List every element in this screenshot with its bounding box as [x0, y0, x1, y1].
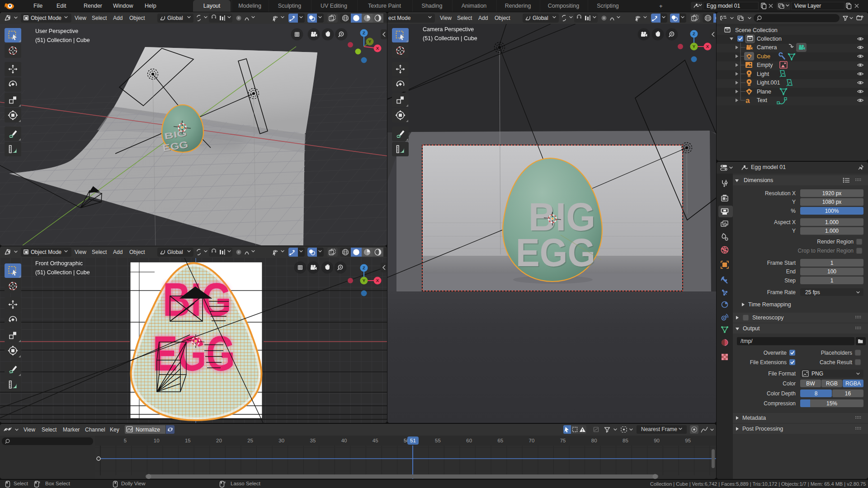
svg-text:%: % — [791, 208, 796, 214]
svg-text:Dimensions: Dimensions — [744, 177, 773, 183]
svg-text:80: 80 — [591, 438, 597, 443]
svg-text:Crop to Render Region: Crop to Render Region — [798, 248, 854, 254]
svg-text:Text: Text — [757, 97, 767, 103]
svg-text:Resolution X: Resolution X — [765, 190, 796, 197]
svg-text:65: 65 — [497, 438, 503, 443]
svg-text:Cube: Cube — [757, 53, 770, 60]
svg-text:PNG: PNG — [811, 371, 823, 377]
svg-text:Scene Collection: Scene Collection — [735, 27, 778, 33]
svg-text:5: 5 — [124, 438, 127, 443]
svg-text:Stereoscopy: Stereoscopy — [752, 314, 784, 321]
svg-text:EGG: EGG — [153, 325, 235, 381]
svg-text:a: a — [745, 96, 750, 105]
svg-text:Camera: Camera — [757, 44, 777, 51]
svg-text:1.000: 1.000 — [825, 228, 839, 234]
svg-text:70: 70 — [529, 438, 535, 443]
svg-text:90: 90 — [654, 438, 660, 443]
svg-text:Empty: Empty — [757, 62, 773, 68]
svg-text:(51) Collection | Cube: (51) Collection | Cube — [423, 35, 477, 42]
svg-text:Z: Z — [363, 30, 365, 35]
svg-text:Time Remapping: Time Remapping — [748, 301, 791, 308]
svg-text:1: 1 — [830, 260, 834, 266]
svg-text:95: 95 — [685, 438, 691, 443]
svg-text:Y: Y — [792, 199, 796, 205]
svg-text:45: 45 — [373, 438, 378, 443]
svg-text:20: 20 — [216, 438, 222, 443]
svg-text:Frame Rate: Frame Rate — [767, 289, 796, 296]
svg-text:RGBA: RGBA — [845, 380, 861, 387]
svg-text:Y: Y — [693, 44, 696, 49]
svg-text:8: 8 — [815, 390, 818, 397]
svg-text:Post Processing: Post Processing — [742, 426, 783, 432]
svg-text:15%: 15% — [826, 400, 837, 407]
svg-text:100%: 100% — [825, 208, 839, 214]
svg-text:BW: BW — [806, 380, 815, 387]
svg-text:Light: Light — [757, 71, 769, 77]
svg-text:Cache Result: Cache Result — [820, 359, 853, 366]
svg-text:40: 40 — [341, 438, 347, 443]
svg-text:15: 15 — [185, 438, 191, 443]
svg-text:Overwrite: Overwrite — [764, 350, 787, 356]
svg-text:Collection: Collection — [757, 36, 782, 42]
svg-text:End: End — [786, 268, 796, 275]
svg-text:35: 35 — [310, 438, 316, 443]
svg-text:Output: Output — [743, 325, 760, 332]
svg-text:X: X — [376, 46, 379, 51]
svg-text:1080 px: 1080 px — [822, 199, 842, 205]
svg-text:Color: Color — [783, 380, 796, 387]
svg-text:BIG: BIG — [163, 273, 231, 326]
svg-text:EGG: EGG — [516, 230, 595, 275]
svg-text:Plane: Plane — [757, 89, 771, 95]
svg-text:/tmp/: /tmp/ — [741, 338, 753, 344]
svg-text:Y: Y — [792, 228, 796, 234]
svg-text:Placeholders: Placeholders — [821, 350, 852, 356]
svg-text:25: 25 — [247, 438, 253, 443]
svg-text:Z: Z — [693, 31, 695, 36]
svg-text:Color Depth: Color Depth — [767, 390, 796, 397]
svg-text:100: 100 — [827, 268, 836, 275]
svg-text:Metadata: Metadata — [742, 415, 766, 421]
svg-text:Render Region: Render Region — [817, 239, 854, 245]
svg-text:X: X — [376, 278, 379, 283]
svg-text:User Perspective: User Perspective — [35, 28, 78, 34]
svg-text:85: 85 — [623, 438, 628, 443]
svg-text:75: 75 — [560, 438, 566, 443]
svg-text:Y: Y — [363, 278, 366, 283]
svg-text:(51) Collection | Cube: (51) Collection | Cube — [35, 37, 90, 43]
svg-text:Compression: Compression — [764, 400, 796, 407]
svg-text:Light.001: Light.001 — [757, 80, 780, 86]
svg-text:55: 55 — [435, 438, 441, 443]
svg-text:File Extensions: File Extensions — [750, 359, 787, 366]
svg-text:File Format: File Format — [768, 371, 796, 377]
svg-text:16: 16 — [845, 390, 851, 397]
svg-text:25 fps: 25 fps — [805, 289, 820, 296]
svg-text:10: 10 — [154, 438, 160, 443]
svg-text:Z: Z — [363, 265, 365, 270]
svg-text:Front Orthographic: Front Orthographic — [35, 260, 83, 267]
svg-text:30: 30 — [278, 438, 284, 443]
svg-text:Camera Perspective: Camera Perspective — [423, 26, 474, 33]
svg-text:Step: Step — [784, 277, 796, 284]
svg-text:1.000: 1.000 — [825, 219, 839, 225]
svg-text:Y: Y — [368, 39, 372, 44]
svg-text:Frame Start: Frame Start — [767, 260, 796, 266]
svg-text:Aspect X: Aspect X — [774, 219, 796, 225]
svg-text:(51) Collection | Cube: (51) Collection | Cube — [35, 269, 90, 276]
svg-text:X: X — [706, 44, 709, 49]
svg-text:1920 px: 1920 px — [822, 190, 842, 197]
svg-text:1: 1 — [830, 277, 834, 284]
svg-text:RGB: RGB — [826, 380, 838, 387]
svg-text:60: 60 — [466, 438, 472, 443]
